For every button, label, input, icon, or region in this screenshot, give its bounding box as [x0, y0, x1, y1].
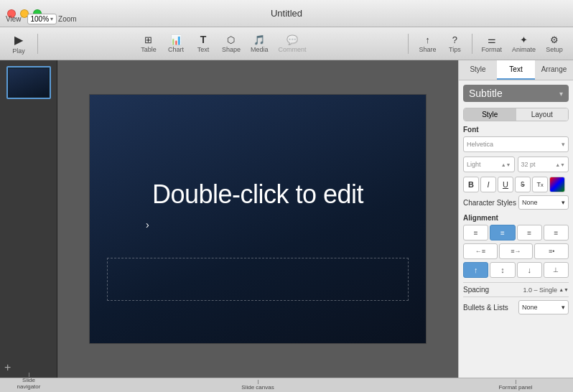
spacing-value-display: 1.0 – Single ▲▼ [523, 286, 569, 294]
labels-row: Slidenavigator Slide canvas Format panel [0, 378, 573, 392]
slide-navigator: 1 + [0, 60, 57, 378]
style-btn[interactable]: Style [464, 108, 516, 121]
slide-title-box: Double-click to edit [107, 137, 409, 252]
spacing-section[interactable]: Spacing 1.0 – Single ▲▼ [463, 282, 569, 297]
setup-label: Setup [546, 46, 563, 53]
underline-button[interactable]: U [498, 177, 513, 192]
format-panel: Style Text Arrange Subtitle ▾ Style Layo… [458, 60, 573, 378]
toolbar-center: ⊞ Table 📊 Chart T Text ⬡ Shape 🎵 Media 💬 [44, 32, 402, 55]
spacing-section-label: Spacing [463, 286, 489, 294]
media-button[interactable]: 🎵 Media [246, 33, 273, 55]
italic-button[interactable]: I [480, 177, 496, 192]
bullets-section[interactable]: Bullets & Lists None ▾ [463, 297, 569, 317]
font-style-size-row: Light ▲▼ 32 pt ▲▼ [463, 157, 569, 172]
share-button[interactable]: ↑ Share [414, 33, 440, 55]
font-name-value: Helvetica [467, 141, 493, 148]
window-title: Untitled [271, 8, 302, 19]
tips-label: Tips [449, 46, 461, 53]
canvas-label-section: Slide canvas [57, 380, 458, 391]
align-buttons-row3: ↑ ↕ ↓ ⊥ [463, 262, 569, 278]
valign-bottom-button[interactable]: ↓ [517, 262, 542, 278]
bold-button[interactable]: B [463, 177, 479, 192]
valign-middle-button[interactable]: ↕ [490, 262, 515, 278]
spacing-value: 1.0 – Single [523, 286, 558, 294]
alignment-section: Alignment ≡ ≡ ≡ ≡ ←≡ ≡→ ≡• ↑ ↕ ↓ ⊥ [463, 214, 569, 278]
align-buttons-row2: ←≡ ≡→ ≡• [463, 243, 569, 259]
text-format-row: B I U S̶ Tx [463, 177, 569, 192]
char-styles-row: Character Styles None ▾ [463, 195, 569, 210]
chart-label: Chart [168, 46, 184, 53]
valign-top-button[interactable]: ↑ [463, 262, 488, 278]
toolbar-right: ↑ Share ? Tips ⚌ Format ✦ Animate ⚙ Setu… [414, 33, 567, 55]
play-button[interactable]: ▶ Play [6, 32, 32, 56]
animate-button[interactable]: ✦ Animate [508, 33, 540, 55]
font-style-arrows: ▲▼ [501, 162, 511, 167]
indent-increase-button[interactable]: ≡→ [499, 243, 534, 259]
shape-button[interactable]: ⬡ Shape [218, 33, 245, 55]
tab-style[interactable]: Style [459, 60, 497, 80]
bullets-section-label: Bullets & Lists [463, 304, 508, 312]
tips-icon: ? [452, 34, 457, 45]
style-layout-toggle: Style Layout [463, 108, 569, 121]
alignment-label: Alignment [463, 214, 569, 222]
align-left-button[interactable]: ≡ [463, 225, 488, 241]
navigator-bottom-label: Slidenavigator [17, 377, 41, 391]
list-button[interactable]: ≡• [534, 243, 569, 259]
layout-btn[interactable]: Layout [516, 108, 569, 121]
indent-decrease-button[interactable]: ←≡ [463, 243, 498, 259]
play-icon: ▶ [14, 33, 23, 47]
slide-area: Double-click to edit › [89, 94, 427, 344]
titlebar: Untitled View 100% ▾ Zoom [0, 0, 573, 27]
font-style-select[interactable]: Light ▲▼ [463, 157, 515, 172]
toolbar: ▶ Play ⊞ Table 📊 Chart T Text ⬡ Shape � [0, 27, 573, 60]
setup-button[interactable]: ⚙ Setup [541, 33, 567, 55]
table-icon: ⊞ [144, 34, 152, 45]
align-justify-button[interactable]: ≡ [544, 225, 569, 241]
text-button[interactable]: T Text [190, 32, 216, 55]
spacing-arrows: ▲▼ [559, 287, 569, 292]
share-icon: ↑ [425, 34, 430, 45]
add-slide-button[interactable]: + [4, 362, 11, 373]
shape-icon: ⬡ [227, 34, 235, 45]
table-button[interactable]: ⊞ Table [136, 33, 162, 55]
text-label: Text [197, 46, 210, 53]
color-button[interactable] [549, 177, 565, 192]
tab-text-label: Text [509, 65, 522, 73]
slide-canvas[interactable]: Double-click to edit › [57, 60, 458, 378]
tab-arrange[interactable]: Arrange [535, 60, 573, 80]
char-styles-select[interactable]: None ▾ [518, 195, 569, 210]
toolbar-separator-3 [472, 34, 472, 54]
baseline-button[interactable]: Tx [532, 177, 548, 192]
zoom-dropdown[interactable]: 100% ▾ [27, 14, 57, 24]
align-buttons-row1: ≡ ≡ ≡ ≡ [463, 225, 569, 241]
font-size-select[interactable]: 32 pt ▲▼ [518, 157, 569, 172]
view-button[interactable]: View [6, 15, 22, 23]
chart-icon: 📊 [170, 34, 182, 45]
align-center-button[interactable]: ≡ [490, 225, 515, 241]
slide-thumb-image [6, 66, 51, 99]
tab-text[interactable]: Text [497, 60, 535, 80]
font-name-select[interactable]: Helvetica ▾ [463, 136, 569, 152]
tips-button[interactable]: ? Tips [442, 33, 467, 55]
tab-style-label: Style [470, 65, 485, 73]
format-tabs: Style Text Arrange [459, 60, 573, 80]
strikethrough-button[interactable]: S̶ [515, 177, 531, 192]
align-right-button[interactable]: ≡ [517, 225, 542, 241]
slide-thumbnail-1[interactable]: 1 [6, 66, 51, 99]
subtitle-chip[interactable]: Subtitle ▾ [463, 85, 569, 102]
toolbar-insert-group: ⊞ Table 📊 Chart T Text ⬡ Shape 🎵 Media 💬 [136, 32, 311, 55]
valign-baseline-button[interactable]: ⊥ [544, 262, 569, 278]
zoom-chevron-icon: ▾ [50, 16, 53, 22]
char-styles-label: Character Styles [463, 199, 516, 207]
animate-label: Animate [512, 46, 536, 53]
font-style-value: Light [467, 161, 481, 168]
format-button[interactable]: ⚌ Format [477, 33, 506, 55]
toolbar-separator-2 [408, 34, 409, 54]
chip-dropdown-icon: ▾ [559, 90, 563, 98]
bullets-select[interactable]: None ▾ [518, 300, 569, 314]
slide-subtitle-box[interactable] [107, 258, 409, 301]
slide-main-text[interactable]: Double-click to edit [152, 179, 363, 210]
chart-button[interactable]: 📊 Chart [163, 33, 189, 55]
format-label: Format [481, 46, 502, 53]
comment-button[interactable]: 💬 Comment [274, 33, 310, 55]
